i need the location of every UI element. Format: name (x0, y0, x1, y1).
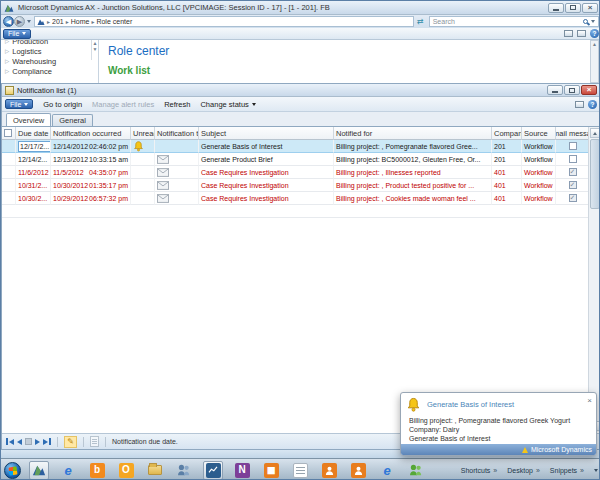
breadcrumb-item-company[interactable]: 201 (52, 18, 64, 25)
record-next-button[interactable] (35, 439, 40, 445)
col-notification-type[interactable]: Notification type (155, 127, 199, 140)
taskbar-toolbar-snippets[interactable]: Snippets» (550, 467, 584, 474)
expand-arrow-icon[interactable]: ▷ (5, 40, 9, 44)
col-source[interactable]: Source (522, 127, 556, 140)
row-selector[interactable] (2, 166, 16, 179)
help-icon[interactable]: ? (588, 100, 597, 109)
record-last-button[interactable] (43, 438, 51, 445)
taskbar-icon-internet-explorer-2[interactable]: e (377, 461, 397, 480)
paste-icon[interactable] (90, 436, 99, 447)
table-row[interactable]: 12/14/2... 12/13/201210:33:15 am Generat… (2, 153, 600, 166)
table-row[interactable]: 12/17/2... 12/14/201202:46:02 pm Generat… (2, 140, 600, 153)
record-previous-button[interactable] (17, 439, 22, 445)
worklist-section-title[interactable]: Work list (108, 65, 150, 76)
role-center-scrollbar[interactable]: ▲ (590, 40, 599, 83)
table-row[interactable]: 10/31/2... 10/30/201201:35:17 pm Case Re… (2, 179, 600, 192)
layout-icon[interactable] (575, 101, 584, 108)
edit-record-icon[interactable]: ✎ (64, 436, 77, 448)
table-row[interactable]: 11/6/2012 11/5/201204:35:07 pm Case Requ… (2, 166, 600, 179)
col-unread[interactable]: Unread (131, 127, 155, 140)
chevron-icon[interactable]: » (493, 467, 497, 474)
row-selector[interactable] (2, 192, 16, 205)
sidebar-scrollbar[interactable]: ▲▼ (91, 40, 98, 60)
file-menu-button[interactable]: File (5, 99, 33, 109)
col-email-message[interactable]: E-mail message (556, 127, 590, 140)
col-company[interactable]: Company (492, 127, 522, 140)
refresh-icon[interactable]: ⇄ (417, 17, 424, 26)
taskbar-toolbar-shortcuts[interactable]: Shortcuts» (461, 467, 497, 474)
back-button[interactable]: ◀ (3, 16, 14, 27)
restore-button[interactable] (565, 3, 581, 13)
taskbar-icon-media[interactable] (203, 461, 223, 480)
taskbar-icon-app-grid[interactable]: ▦ (261, 461, 281, 480)
row-selector[interactable] (2, 153, 16, 166)
restore-button[interactable] (564, 85, 580, 95)
new-window-icon[interactable] (564, 30, 573, 37)
file-menu-button[interactable]: File (3, 29, 31, 39)
taskbar-toolbar-desktop[interactable]: Desktop» (507, 467, 540, 474)
breadcrumb-item-role-center[interactable]: Role center (96, 18, 132, 25)
taskbar-icon-document[interactable] (290, 461, 310, 480)
nav-history-caret-icon[interactable] (27, 20, 31, 23)
start-button[interactable] (4, 462, 21, 479)
record-first-button[interactable] (6, 438, 14, 445)
scroll-up-button[interactable] (590, 128, 600, 138)
select-all-checkbox[interactable] (4, 129, 12, 137)
col-due-date[interactable]: Due date (16, 127, 51, 140)
scroll-thumb[interactable] (590, 139, 600, 209)
taskbar-icon-internet-explorer[interactable]: e (58, 461, 78, 480)
taskbar-icon-onenote[interactable]: N (232, 461, 252, 480)
close-button[interactable]: × (582, 3, 598, 13)
go-to-origin-button[interactable]: Go to origin (43, 100, 82, 109)
col-subject[interactable]: Subject (199, 127, 334, 140)
tab-overview[interactable]: Overview (6, 113, 51, 126)
refresh-button[interactable]: Refresh (164, 100, 190, 109)
help-icon[interactable]: ? (590, 29, 599, 38)
email-sent-checkbox[interactable] (569, 142, 577, 150)
taskbar-icon-folder[interactable] (145, 461, 165, 480)
sidebar-item-compliance[interactable]: ▷ Compliance (1, 66, 98, 76)
expand-arrow-icon[interactable]: ▷ (5, 48, 9, 54)
change-status-button[interactable]: Change status (200, 100, 255, 109)
taskbar-icon-bing[interactable]: b (87, 461, 107, 480)
grid-vertical-scrollbar[interactable] (588, 127, 600, 432)
due-date-cell[interactable]: 10/30/2... (16, 192, 51, 205)
close-button[interactable]: × (581, 85, 597, 95)
col-notification-occurred[interactable]: Notification occurred (51, 127, 131, 140)
close-icon[interactable]: × (587, 397, 592, 405)
row-selector[interactable] (2, 140, 16, 153)
taskbar-icon-community[interactable] (406, 461, 426, 480)
due-date-cell[interactable]: 11/6/2012 (16, 166, 51, 179)
breadcrumb[interactable]: ▸ 201 ▸ Home ▸ Role center (34, 16, 414, 27)
due-date-cell[interactable]: 12/14/2... (16, 153, 51, 166)
popup-title-link[interactable]: Generate Basis of Interest (427, 400, 587, 409)
taskbar-icon-dynamics-app-1[interactable] (319, 461, 339, 480)
expand-arrow-icon[interactable]: ▷ (5, 58, 9, 64)
taskbar-icon-dynamics-app-2[interactable] (348, 461, 368, 480)
search-icon[interactable] (583, 19, 588, 24)
sidebar-item-warehousing[interactable]: ▷ Warehousing (1, 56, 98, 66)
table-row[interactable]: 10/30/2... 10/29/201206:57:32 pm Case Re… (2, 192, 600, 205)
chevron-icon[interactable]: » (536, 467, 540, 474)
breadcrumb-item-home[interactable]: Home (71, 18, 90, 25)
notification-popup[interactable]: Generate Basis of Interest × Billing pro… (400, 392, 597, 456)
taskbar-overflow-caret-icon[interactable] (594, 469, 598, 472)
minimize-button[interactable] (548, 3, 564, 13)
chevron-icon[interactable]: » (580, 467, 584, 474)
forward-button[interactable]: ▶ (14, 16, 25, 27)
minimize-button[interactable] (547, 85, 563, 95)
email-sent-checkbox[interactable] (569, 155, 577, 163)
due-date-cell[interactable]: 12/17/2... (18, 141, 51, 152)
row-selector[interactable] (2, 179, 16, 192)
taskbar-icon-dynamics-ax[interactable] (29, 461, 49, 480)
due-date-cell[interactable]: 10/31/2... (16, 179, 51, 192)
search-options-caret-icon[interactable] (591, 20, 595, 23)
taskbar-icon-outlook[interactable]: O (116, 461, 136, 480)
col-notified-for[interactable]: Notified for (334, 127, 492, 140)
tab-general[interactable]: General (52, 114, 93, 126)
layout-icon[interactable] (577, 30, 586, 37)
expand-arrow-icon[interactable]: ▷ (5, 68, 9, 74)
taskbar-icon-contacts[interactable] (174, 461, 194, 480)
sidebar-item-logistics[interactable]: ▷ Logistics (1, 46, 98, 56)
search-input[interactable]: Search (429, 16, 599, 27)
